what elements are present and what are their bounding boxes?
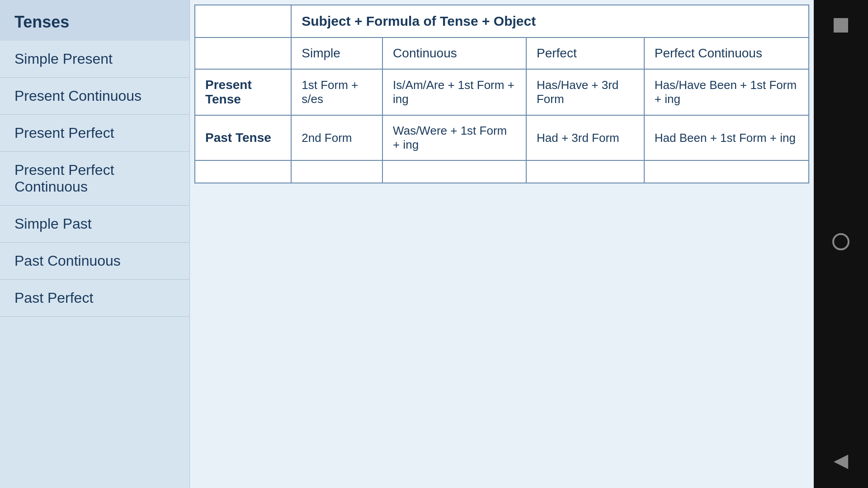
app-title: Tenses <box>0 0 189 41</box>
sidebar-item-present-perfect-continuous[interactable]: Present Perfect Continuous <box>0 152 189 206</box>
sidebar-item-present-perfect[interactable]: Present Perfect <box>0 115 189 152</box>
sidebar-item-simple-present[interactable]: Simple Present <box>0 41 189 78</box>
corner-cell <box>195 5 291 38</box>
tense-label-1: Past Tense <box>195 115 291 160</box>
tenses-table: Subject + Formula of Tense + Object Simp… <box>194 5 809 183</box>
perfect-continuous-formula-1: Had Been + 1st Form + ing <box>644 115 809 160</box>
col-continuous: Continuous <box>382 38 526 69</box>
chevron-left-icon[interactable]: ◀ <box>834 451 848 470</box>
formula-header: Subject + Formula of Tense + Object <box>291 5 809 38</box>
partial-row <box>195 160 809 183</box>
col-simple: Simple <box>291 38 382 69</box>
simple-formula-1: 2nd Form <box>291 115 382 160</box>
tense-col-header <box>195 38 291 69</box>
table-row: Present Tense1st Form + s/esIs/Am/Are + … <box>195 69 809 115</box>
col-perfect-continuous: Perfect Continuous <box>644 38 809 69</box>
circle-icon <box>832 233 849 250</box>
sidebar-item-simple-past[interactable]: Simple Past <box>0 206 189 243</box>
sidebar-item-present-continuous[interactable]: Present Continuous <box>0 78 189 115</box>
col-perfect: Perfect <box>526 38 644 69</box>
perfect-formula-1: Had + 3rd Form <box>526 115 644 160</box>
tense-label-0: Present Tense <box>195 69 291 115</box>
sidebar-item-past-perfect[interactable]: Past Perfect <box>0 280 189 317</box>
continuous-formula-0: Is/Am/Are + 1st Form + ing <box>382 69 526 115</box>
sidebar-item-past-continuous[interactable]: Past Continuous <box>0 243 189 280</box>
right-panel: ◀ <box>814 0 868 488</box>
perfect-continuous-formula-0: Has/Have Been + 1st Form + ing <box>644 69 809 115</box>
perfect-formula-0: Has/Have + 3rd Form <box>526 69 644 115</box>
continuous-formula-1: Was/Were + 1st Form + ing <box>382 115 526 160</box>
simple-formula-0: 1st Form + s/es <box>291 69 382 115</box>
square-icon <box>834 18 848 33</box>
table-row: Past Tense2nd FormWas/Were + 1st Form + … <box>195 115 809 160</box>
